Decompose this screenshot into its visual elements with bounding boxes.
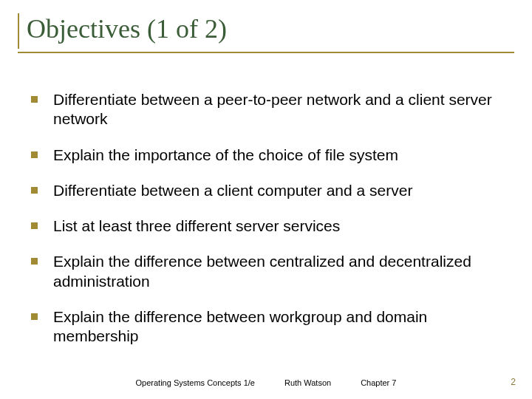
title-rule: Objectives (1 of 2) <box>18 13 514 53</box>
list-item: Explain the difference between centraliz… <box>31 252 514 291</box>
bullet-list: Differentiate between a peer-to-peer net… <box>18 90 514 346</box>
square-bullet-icon <box>31 258 38 265</box>
list-item: List at least three different server ser… <box>31 216 514 236</box>
bullet-text: Explain the difference between centraliz… <box>53 253 471 289</box>
square-bullet-icon <box>31 222 38 229</box>
bullet-text: Explain the importance of the choice of … <box>53 146 398 163</box>
slide-title: Objectives (1 of 2) <box>27 13 514 49</box>
title-rule-left: Objectives (1 of 2) <box>18 13 514 49</box>
page-number: 2 <box>511 377 516 387</box>
footer-center: Ruth Watson <box>284 378 331 387</box>
slide: Objectives (1 of 2) Differentiate betwee… <box>0 0 532 399</box>
list-item: Differentiate between a client computer … <box>31 181 514 200</box>
square-bullet-icon <box>31 187 38 194</box>
bullet-text: List at least three different server ser… <box>53 217 340 234</box>
bullet-text: Explain the difference between workgroup… <box>53 308 427 344</box>
square-bullet-icon <box>31 96 38 103</box>
list-item: Explain the difference between workgroup… <box>31 307 514 347</box>
list-item: Differentiate between a peer-to-peer net… <box>31 90 514 129</box>
slide-footer: Operating Systems Concepts 1/e Ruth Wats… <box>0 378 532 387</box>
bullet-text: Differentiate between a peer-to-peer net… <box>53 91 492 127</box>
footer-right: Chapter 7 <box>361 378 396 387</box>
bullet-text: Differentiate between a client computer … <box>53 182 412 199</box>
list-item: Explain the importance of the choice of … <box>31 146 514 165</box>
square-bullet-icon <box>31 313 38 320</box>
footer-left: Operating Systems Concepts 1/e <box>136 378 255 387</box>
square-bullet-icon <box>31 151 38 158</box>
